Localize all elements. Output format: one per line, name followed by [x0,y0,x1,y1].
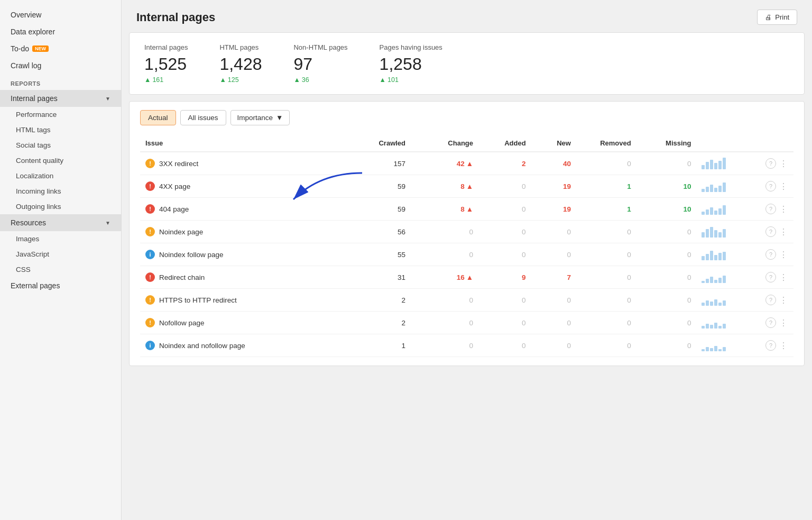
bar-segment [702,303,705,306]
more-options-icon[interactable]: ⋮ [779,204,788,214]
added-cell: 0 [478,334,531,357]
importance-dropdown[interactable]: Importance ▼ [230,110,290,125]
chart-cell [696,334,746,357]
bar-segment [714,280,717,283]
issue-name-cell[interactable]: ! HTTPS to HTTP redirect [140,289,350,312]
action-cell: ? ⋮ [746,175,793,198]
crawled-cell: 59 [350,198,411,221]
bar-segment [714,323,717,329]
more-options-icon[interactable]: ⋮ [779,295,788,305]
bar-segment [718,326,722,329]
sidebar-item-incoming-links[interactable]: Incoming links [0,184,121,199]
removed-cell: 0 [576,243,636,266]
issue-name-cell[interactable]: ! Noindex page [140,221,350,243]
issue-name-cell[interactable]: i Noindex and nofollow page [140,334,350,357]
issue-severity-icon: ! [145,272,155,282]
sidebar-item-crawl-log[interactable]: Crawl log [0,57,121,74]
print-button[interactable]: 🖨 Print [757,10,797,25]
sidebar-item-performance[interactable]: Performance [0,107,121,122]
bar-segment [723,158,726,169]
stat-internal-pages-label: Internal pages [144,43,188,51]
issue-name-cell[interactable]: ! 3XX redirect [140,152,350,175]
bar-segment [723,347,726,351]
all-issues-filter-button[interactable]: All issues [180,110,226,125]
mini-bar-chart[interactable] [702,203,741,215]
mini-bar-chart[interactable] [702,294,741,306]
help-icon[interactable]: ? [765,295,776,305]
more-options-icon[interactable]: ⋮ [779,272,788,282]
change-value: 42 ▲ [416,160,473,168]
actual-filter-button[interactable]: Actual [140,110,176,125]
table-row: i Noindex follow page 55 0 0 0 0 0 ? ⋮ [140,243,793,266]
col-issue: Issue [140,135,350,152]
issue-name-label: Redirect chain [159,273,205,281]
issue-name-cell[interactable]: ! Redirect chain [140,266,350,289]
sidebar-item-external-pages[interactable]: External pages [0,277,121,294]
more-options-icon[interactable]: ⋮ [779,227,788,237]
bar-segment [710,160,713,169]
sidebar: Overview Data explorer To-do NEW Crawl l… [0,0,122,520]
sidebar-item-overview[interactable]: Overview [0,6,121,23]
bar-segment [706,162,709,169]
sidebar-item-data-explorer[interactable]: Data explorer [0,23,121,40]
help-icon[interactable]: ? [765,158,776,169]
action-cell: ? ⋮ [746,221,793,243]
more-options-icon[interactable]: ⋮ [779,159,788,169]
mini-bar-chart[interactable] [702,340,741,351]
help-icon[interactable]: ? [765,181,776,191]
help-icon[interactable]: ? [765,249,776,260]
sidebar-item-localization[interactable]: Localization [0,168,121,184]
chart-cell [696,243,746,266]
help-icon[interactable]: ? [765,204,776,214]
help-icon[interactable]: ? [765,317,776,328]
page-title: Internal pages [136,11,215,24]
new-cell: 0 [531,312,576,334]
mini-bar-chart[interactable] [702,271,741,283]
more-options-icon[interactable]: ⋮ [779,181,788,191]
help-icon[interactable]: ? [765,226,776,237]
sidebar-item-images[interactable]: Images [0,231,121,247]
sidebar-item-internal-pages[interactable]: Internal pages ▼ [0,90,121,107]
new-cell: 0 [531,289,576,312]
sidebar-item-javascript[interactable]: JavaScript [0,247,121,262]
bar-segment [706,347,709,351]
sidebar-item-outgoing-links[interactable]: Outgoing links [0,199,121,214]
stat-non-html-pages-value: 97 [293,54,347,74]
added-cell: 0 [478,312,531,334]
issue-name-cell[interactable]: i Noindex follow page [140,243,350,266]
sidebar-item-resources[interactable]: Resources ▼ [0,214,121,231]
change-cell: 8 ▲ [411,175,478,198]
mini-bar-chart[interactable] [702,249,741,260]
help-icon[interactable]: ? [765,340,776,351]
sidebar-item-social-tags[interactable]: Social tags [0,138,121,153]
bar-segment [714,255,717,260]
internal-pages-arrow-icon: ▼ [105,96,110,102]
sidebar-item-content-quality[interactable]: Content quality [0,153,121,168]
issue-name-cell[interactable]: ! 4XX page [140,175,350,198]
added-cell: 0 [478,289,531,312]
crawled-cell: 59 [350,175,411,198]
more-options-icon[interactable]: ⋮ [779,250,788,260]
help-icon[interactable]: ? [765,272,776,282]
issue-severity-icon: ! [145,181,155,191]
crawled-cell: 2 [350,289,411,312]
up-arrow-icon: ▲ [144,76,151,84]
chart-cell [696,175,746,198]
change-cell: 8 ▲ [411,198,478,221]
mini-bar-chart[interactable] [702,226,741,238]
col-actions [746,135,793,152]
mini-bar-chart[interactable] [702,317,741,329]
mini-bar-chart[interactable] [702,158,741,169]
sidebar-item-todo[interactable]: To-do NEW [0,40,121,57]
mini-bar-chart[interactable] [702,180,741,192]
new-cell: 0 [531,334,576,357]
bar-segment [718,161,722,169]
added-cell: 2 [478,152,531,175]
issue-name-cell[interactable]: ! Nofollow page [140,312,350,334]
col-new: New [531,135,576,152]
issue-name-cell[interactable]: ! 404 page [140,198,350,221]
sidebar-item-css[interactable]: CSS [0,262,121,277]
more-options-icon[interactable]: ⋮ [779,318,788,328]
sidebar-item-html-tags[interactable]: HTML tags [0,122,121,138]
more-options-icon[interactable]: ⋮ [779,341,788,351]
